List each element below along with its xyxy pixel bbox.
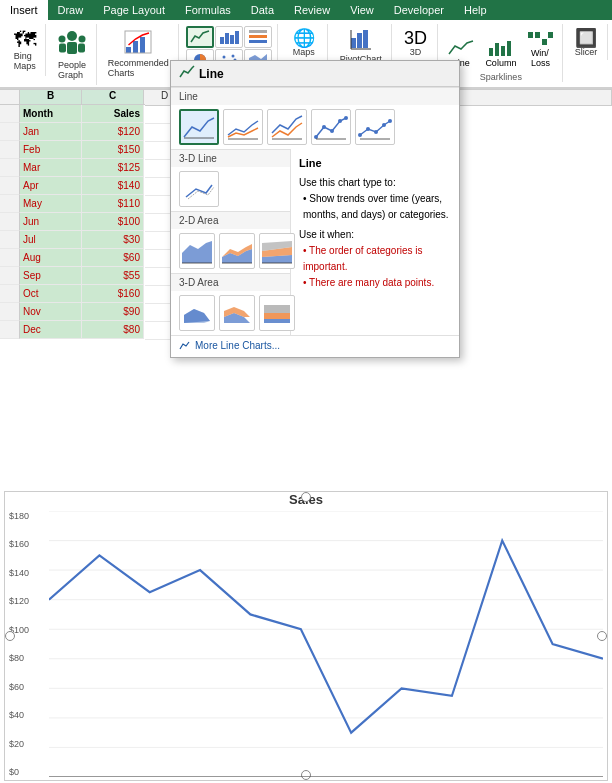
group-recommended-charts: RecommendedCharts bbox=[99, 24, 180, 83]
month-cell[interactable]: Apr bbox=[20, 177, 82, 195]
sales-cell[interactable]: $80 bbox=[82, 321, 144, 339]
column-chart-button2[interactable] bbox=[244, 26, 272, 48]
svg-rect-10 bbox=[220, 37, 224, 44]
row-number bbox=[0, 141, 20, 159]
sales-cell[interactable]: $125 bbox=[82, 159, 144, 177]
area-stacked[interactable] bbox=[219, 233, 255, 269]
line-chart-button[interactable] bbox=[186, 26, 214, 48]
tab-insert[interactable]: Insert bbox=[0, 0, 48, 20]
row-number bbox=[0, 177, 20, 195]
svg-rect-8 bbox=[140, 37, 145, 53]
3d-button[interactable]: 3D 3D bbox=[400, 26, 431, 60]
month-cell[interactable]: Sep bbox=[20, 267, 82, 285]
sales-cell[interactable]: $110 bbox=[82, 195, 144, 213]
tab-formulas[interactable]: Formulas bbox=[175, 0, 241, 20]
sales-cell[interactable]: $60 bbox=[82, 249, 144, 267]
bing-maps-button[interactable]: 🗺 BingMaps bbox=[10, 26, 40, 74]
group-bing-maps: 🗺 BingMaps bbox=[4, 24, 46, 76]
month-cell[interactable]: Feb bbox=[20, 141, 82, 159]
svg-rect-35 bbox=[548, 32, 553, 38]
svg-point-42 bbox=[338, 119, 342, 123]
maps-button[interactable]: 🌐 Maps bbox=[286, 26, 322, 60]
group-3d: 3D 3D bbox=[394, 24, 437, 60]
sales-cell[interactable]: $160 bbox=[82, 285, 144, 303]
recommended-charts-button[interactable]: RecommendedCharts bbox=[104, 26, 173, 81]
row-number bbox=[0, 267, 20, 285]
chart-handle-left[interactable] bbox=[5, 631, 15, 641]
3d-area-basic[interactable] bbox=[179, 295, 215, 331]
row-number bbox=[0, 123, 20, 141]
sales-cell[interactable]: $90 bbox=[82, 303, 144, 321]
chart-handle-top[interactable] bbox=[301, 492, 311, 502]
svg-point-48 bbox=[382, 123, 386, 127]
tab-review[interactable]: Review bbox=[284, 0, 340, 20]
month-cell[interactable]: Jun bbox=[20, 213, 82, 231]
area-basic[interactable] bbox=[179, 233, 215, 269]
month-cell[interactable]: Jul bbox=[20, 231, 82, 249]
tab-developer[interactable]: Developer bbox=[384, 0, 454, 20]
svg-point-2 bbox=[58, 36, 65, 43]
sales-header[interactable]: Sales bbox=[82, 105, 144, 123]
more-line-charts-link[interactable]: More Line Charts... bbox=[171, 335, 459, 357]
svg-point-39 bbox=[314, 135, 318, 139]
chart-svg-container: Jan Feb Mar Apr May Jun Jul Aug Sep Oct … bbox=[49, 511, 603, 777]
svg-rect-28 bbox=[489, 48, 493, 56]
pivotchart-icon bbox=[350, 29, 372, 54]
recommended-charts-label: RecommendedCharts bbox=[108, 58, 169, 78]
row-number bbox=[0, 285, 20, 303]
table-row: MonthSales bbox=[0, 105, 145, 123]
svg-rect-23 bbox=[351, 38, 356, 48]
sparklines-group-label: Sparklines bbox=[480, 72, 522, 82]
sales-cell[interactable]: $100 bbox=[82, 213, 144, 231]
svg-point-20 bbox=[232, 55, 235, 58]
tab-help[interactable]: Help bbox=[454, 0, 497, 20]
svg-rect-16 bbox=[249, 30, 267, 33]
ribbon-tabs: Insert Draw Page Layout Formulas Data Re… bbox=[0, 0, 612, 20]
tab-draw[interactable]: Draw bbox=[48, 0, 94, 20]
sales-cell[interactable]: $55 bbox=[82, 267, 144, 285]
month-cell[interactable]: Oct bbox=[20, 285, 82, 303]
line-chart-stacked[interactable] bbox=[223, 109, 263, 145]
svg-point-47 bbox=[374, 130, 378, 134]
row-number bbox=[0, 231, 20, 249]
3d-line-chart[interactable] bbox=[179, 171, 219, 207]
3d-area-100[interactable] bbox=[259, 295, 295, 331]
line-chart-basic[interactable] bbox=[179, 109, 219, 145]
bing-maps-label: BingMaps bbox=[14, 51, 36, 71]
area-100[interactable] bbox=[259, 233, 295, 269]
3d-area-charts bbox=[171, 291, 290, 335]
month-header[interactable]: Month bbox=[20, 105, 82, 123]
svg-rect-31 bbox=[507, 41, 511, 56]
month-cell[interactable]: Jan bbox=[20, 123, 82, 141]
slicer-button[interactable]: 🔲 Slicer bbox=[571, 26, 602, 60]
tab-page-layout[interactable]: Page Layout bbox=[93, 0, 175, 20]
tooltip-title: Line bbox=[299, 155, 451, 173]
win-loss-sparkline-button[interactable]: Win/Loss bbox=[523, 26, 557, 70]
line-chart-100[interactable] bbox=[267, 109, 307, 145]
maps-label: Maps bbox=[293, 47, 315, 57]
month-cell[interactable]: Nov bbox=[20, 303, 82, 321]
line-title-icon bbox=[179, 65, 195, 82]
section-3d-line: 3-D Line bbox=[171, 149, 290, 167]
month-cell[interactable]: Aug bbox=[20, 249, 82, 267]
month-cell[interactable]: Dec bbox=[20, 321, 82, 339]
people-graph-button[interactable]: PeopleGraph bbox=[54, 26, 90, 83]
svg-point-4 bbox=[78, 36, 85, 43]
bar-chart-button[interactable] bbox=[215, 26, 243, 48]
data-cells: B C MonthSalesJan$120Feb$150Mar$125Apr$1… bbox=[0, 89, 145, 340]
svg-point-49 bbox=[388, 119, 392, 123]
month-cell[interactable]: Mar bbox=[20, 159, 82, 177]
month-cell[interactable]: May bbox=[20, 195, 82, 213]
line-chart-markers[interactable] bbox=[311, 109, 351, 145]
3d-area-stacked[interactable] bbox=[219, 295, 255, 331]
sales-cell[interactable]: $30 bbox=[82, 231, 144, 249]
tab-view[interactable]: View bbox=[340, 0, 384, 20]
sales-cell[interactable]: $150 bbox=[82, 141, 144, 159]
chart-inner: $180 $160 $140 $120 $100 $80 $60 $40 $20… bbox=[5, 511, 607, 777]
sales-cell[interactable]: $120 bbox=[82, 123, 144, 141]
svg-rect-12 bbox=[230, 35, 234, 44]
line-chart-markers-stacked[interactable] bbox=[355, 109, 395, 145]
sales-cell[interactable]: $140 bbox=[82, 177, 144, 195]
column-sparkline-button[interactable]: Column bbox=[482, 36, 519, 70]
tab-data[interactable]: Data bbox=[241, 0, 284, 20]
